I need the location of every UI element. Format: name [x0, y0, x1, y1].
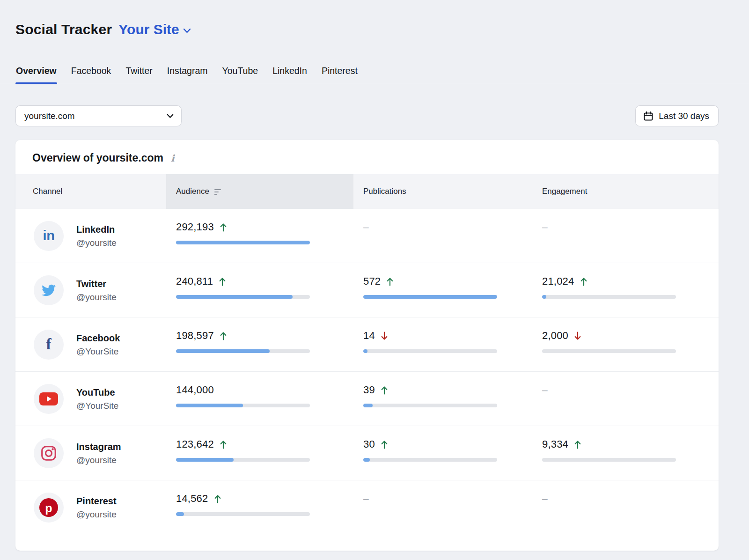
site-select-value: yoursite.com	[24, 111, 75, 121]
audience-progress-bar	[176, 295, 310, 299]
audience-value: 240,811	[176, 275, 213, 287]
engagement-value: 21,024	[542, 275, 574, 287]
engagement-empty: –	[542, 493, 548, 504]
column-header-channel: Channel	[15, 174, 166, 209]
trend-up-icon	[381, 440, 388, 449]
engagement-progress-bar	[542, 458, 676, 462]
channel-avatar	[34, 384, 64, 414]
engagement-cell: –	[532, 480, 719, 534]
channel-cell[interactable]: inLinkedIn@yoursite	[15, 209, 166, 263]
engagement-cell: –	[532, 209, 719, 263]
engagement-cell: 2,000	[532, 317, 719, 371]
publications-progress-bar	[363, 404, 497, 407]
calendar-icon	[643, 111, 654, 121]
card-title: Overview of yoursite.com	[32, 152, 163, 164]
channel-name: Facebook	[76, 333, 120, 343]
trend-up-icon	[220, 331, 227, 341]
publications-cell: –	[353, 480, 532, 534]
table-row: fFacebook@YourSite198,597142,000	[15, 317, 719, 371]
project-switcher[interactable]: Your Site	[118, 22, 191, 37]
channel-handle: @yoursite	[76, 293, 117, 302]
publications-cell: 30	[353, 426, 532, 480]
channel-avatar: p	[34, 493, 64, 523]
audience-cell: 144,000	[166, 372, 353, 426]
channel-name: Instagram	[76, 442, 121, 451]
channel-cell[interactable]: Instagram@yoursite	[15, 426, 166, 480]
chevron-down-icon	[167, 114, 174, 118]
table-row: YouTube@YourSite144,00039–	[15, 371, 719, 426]
audience-value: 292,193	[176, 221, 214, 233]
column-label: Channel	[33, 187, 62, 196]
engagement-value: 2,000	[542, 330, 568, 342]
project-name: Your Site	[118, 22, 179, 37]
channel-cell[interactable]: YouTube@YourSite	[15, 372, 166, 426]
channel-cell[interactable]: fFacebook@YourSite	[15, 317, 166, 371]
page-title: Social Tracker	[15, 22, 112, 37]
tab-instagram[interactable]: Instagram	[167, 66, 208, 84]
column-label: Audience	[176, 187, 209, 196]
tabs: OverviewFacebookTwitterInstagramYouTubeL…	[15, 66, 719, 84]
channel-cell[interactable]: Twitter@yoursite	[15, 263, 166, 317]
engagement-value: 9,334	[542, 438, 568, 450]
audience-cell: 240,811	[166, 263, 353, 317]
engagement-cell: –	[532, 372, 719, 426]
tab-linkedin[interactable]: LinkedIn	[272, 66, 308, 84]
sort-descending-icon	[214, 189, 221, 195]
table-row: Instagram@yoursite123,642309,334	[15, 426, 719, 480]
pinterest-icon: p	[39, 498, 58, 517]
audience-progress-bar	[176, 404, 310, 407]
twitter-icon	[41, 283, 57, 297]
audience-cell: 14,562	[166, 480, 353, 534]
column-header-engagement[interactable]: Engagement	[532, 174, 719, 209]
audience-progress-bar	[176, 512, 310, 516]
channel-name: Twitter	[76, 279, 117, 288]
trend-down-icon	[574, 331, 581, 341]
table-body: inLinkedIn@yoursite292,193––Twitter@your…	[15, 209, 719, 534]
publications-cell: 572	[353, 263, 532, 317]
trend-up-icon	[580, 277, 587, 287]
engagement-cell: 21,024	[532, 263, 719, 317]
engagement-cell: 9,334	[532, 426, 719, 480]
audience-progress-bar	[176, 241, 310, 244]
channel-avatar: in	[34, 221, 64, 251]
tabs-bar: OverviewFacebookTwitterInstagramYouTubeL…	[0, 66, 749, 84]
channel-handle: @YourSite	[76, 347, 120, 356]
channel-name: Pinterest	[76, 496, 117, 506]
overview-card: Overview of yoursite.com i Channel Audie…	[15, 140, 719, 551]
trend-up-icon	[219, 277, 226, 287]
chevron-down-icon	[183, 28, 191, 33]
publications-value: 572	[363, 275, 381, 287]
audience-progress-bar	[176, 349, 310, 353]
engagement-progress-bar	[542, 349, 676, 353]
publications-value: 30	[363, 438, 375, 450]
column-label: Publications	[363, 187, 406, 196]
youtube-icon	[39, 392, 58, 405]
info-icon[interactable]: i	[169, 153, 176, 164]
tab-twitter[interactable]: Twitter	[125, 66, 153, 84]
publications-progress-bar	[363, 349, 497, 353]
site-select[interactable]: yoursite.com	[15, 105, 182, 126]
tab-facebook[interactable]: Facebook	[71, 66, 112, 84]
trend-up-icon	[220, 440, 227, 449]
channel-cell[interactable]: pPinterest@yoursite	[15, 480, 166, 534]
date-range-button[interactable]: Last 30 days	[635, 105, 719, 126]
column-label: Engagement	[542, 187, 587, 196]
audience-value: 14,562	[176, 493, 208, 505]
controls-row: yoursite.com Last 30 days	[15, 105, 719, 126]
tab-overview[interactable]: Overview	[15, 66, 57, 84]
trend-up-icon	[574, 440, 581, 449]
date-range-label: Last 30 days	[659, 111, 709, 121]
audience-progress-bar	[176, 458, 310, 462]
channel-handle: @YourSite	[76, 401, 118, 410]
audience-cell: 198,597	[166, 317, 353, 371]
column-header-publications[interactable]: Publications	[353, 174, 532, 209]
channel-handle: @yoursite	[76, 238, 117, 247]
column-header-audience[interactable]: Audience	[166, 174, 353, 209]
trend-down-icon	[381, 331, 388, 341]
linkedin-icon: in	[43, 228, 55, 243]
app-header: Social Tracker Your Site	[15, 0, 719, 47]
publications-progress-bar	[363, 458, 497, 462]
table-row: Twitter@yoursite240,81157221,024	[15, 263, 719, 317]
tab-youtube[interactable]: YouTube	[222, 66, 259, 84]
tab-pinterest[interactable]: Pinterest	[321, 66, 358, 84]
